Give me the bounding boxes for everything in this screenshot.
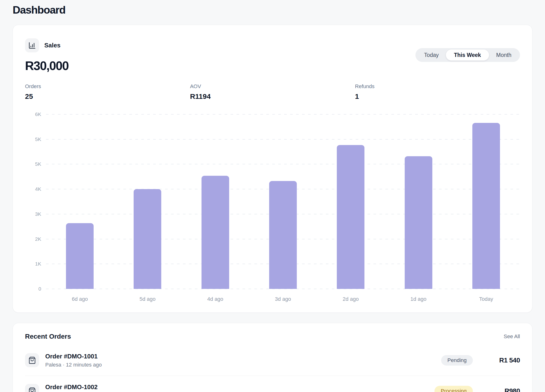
orders-list: Order #DMO-1001 Palesa · 12 minutes ago … — [25, 346, 520, 392]
tab-this-week[interactable]: This Week — [446, 49, 489, 61]
x-tick-label: 2d ago — [317, 296, 384, 302]
bar-column — [181, 114, 249, 289]
see-all-link[interactable]: See All — [504, 333, 520, 340]
shopping-bag-icon — [25, 353, 39, 367]
order-title: Order #DMO-1001 — [45, 353, 102, 360]
order-list-item[interactable]: Order #DMO-1001 Palesa · 12 minutes ago … — [25, 346, 520, 376]
metric-value: 1 — [355, 92, 520, 100]
order-subtitle: Palesa · 12 minutes ago — [45, 362, 102, 368]
order-status-badge: Processing — [434, 386, 473, 392]
metric-value: R1194 — [190, 92, 355, 100]
x-tick-label: 1d ago — [384, 296, 452, 302]
y-tick-label: 4K — [35, 186, 41, 192]
metric-aov: AOVR1194 — [190, 83, 355, 100]
order-amount: R1 540 — [482, 356, 520, 364]
sales-metrics: Orders25AOVR1194Refunds1 — [25, 83, 520, 100]
bars-layer — [46, 114, 520, 289]
tab-month[interactable]: Month — [489, 49, 519, 61]
chart-x-axis: 6d ago5d ago4d ago3d ago2d ago1d agoToda… — [46, 296, 520, 302]
recent-orders-card: Recent Orders See All Order #DMO-1001 Pa… — [13, 323, 532, 392]
metric-refunds: Refunds1 — [355, 83, 520, 100]
page-title: Dashboard — [13, 4, 532, 16]
chart-plot-area — [46, 114, 520, 289]
bar-column — [114, 114, 181, 289]
bar-column — [384, 114, 452, 289]
order-text: Order #DMO-1002 Jane · 34 minutes ago — [45, 383, 98, 392]
bar-2d-ago — [337, 145, 365, 289]
y-tick-label: 0 — [38, 286, 41, 292]
bar-5d-ago — [134, 189, 161, 289]
order-right-group: Processing R980 — [434, 386, 520, 392]
y-tick-label: 1K — [35, 261, 41, 267]
bar-4d-ago — [202, 176, 229, 289]
dashboard-page: Dashboard Sales TodayThis WeekMonth R30,… — [0, 0, 545, 392]
bar-today — [472, 123, 500, 289]
recent-orders-title: Recent Orders — [25, 333, 71, 340]
range-tabs: TodayThis WeekMonth — [415, 48, 520, 62]
bar-6d-ago — [66, 223, 94, 289]
order-text: Order #DMO-1001 Palesa · 12 minutes ago — [45, 353, 102, 368]
metric-label: AOV — [190, 83, 355, 90]
bar-column — [317, 114, 384, 289]
x-tick-label: 3d ago — [249, 296, 317, 302]
metric-orders: Orders25 — [25, 83, 190, 100]
metric-value: 25 — [25, 92, 190, 100]
metric-label: Orders — [25, 83, 190, 90]
shopping-bag-icon — [25, 384, 39, 392]
bar-column — [46, 114, 114, 289]
y-tick-label: 2K — [35, 236, 41, 242]
y-tick-label: 3K — [35, 211, 41, 217]
bar-column — [249, 114, 317, 289]
order-title: Order #DMO-1002 — [45, 383, 98, 391]
x-tick-label: 4d ago — [181, 296, 249, 302]
x-tick-label: 5d ago — [114, 296, 181, 302]
order-right-group: Pending R1 540 — [441, 355, 520, 366]
order-list-item[interactable]: Order #DMO-1002 Jane · 34 minutes ago Pr… — [25, 376, 520, 392]
x-tick-label: Today — [452, 296, 520, 302]
y-tick-label: 6K — [35, 111, 41, 117]
x-tick-label: 6d ago — [46, 296, 114, 302]
y-tick-label: 5K — [35, 161, 41, 167]
bar-chart-icon — [25, 38, 39, 52]
metric-label: Refunds — [355, 83, 520, 90]
sales-card: Sales TodayThis WeekMonth R30,000 Orders… — [13, 25, 532, 313]
bar-1d-ago — [405, 156, 432, 289]
chart-y-axis: 6K5K5K4K3K2K1K0 — [25, 114, 41, 289]
recent-orders-header: Recent Orders See All — [25, 333, 520, 340]
tab-today[interactable]: Today — [417, 49, 446, 61]
bar-column — [452, 114, 520, 289]
order-amount: R980 — [482, 387, 520, 392]
sales-bar-chart: 6K5K5K4K3K2K1K0 6d ago5d ago4d ago3d ago… — [25, 114, 520, 302]
order-status-badge: Pending — [441, 355, 473, 366]
y-tick-label: 5K — [35, 136, 41, 142]
bar-3d-ago — [269, 181, 297, 289]
sales-card-title: Sales — [44, 42, 61, 49]
